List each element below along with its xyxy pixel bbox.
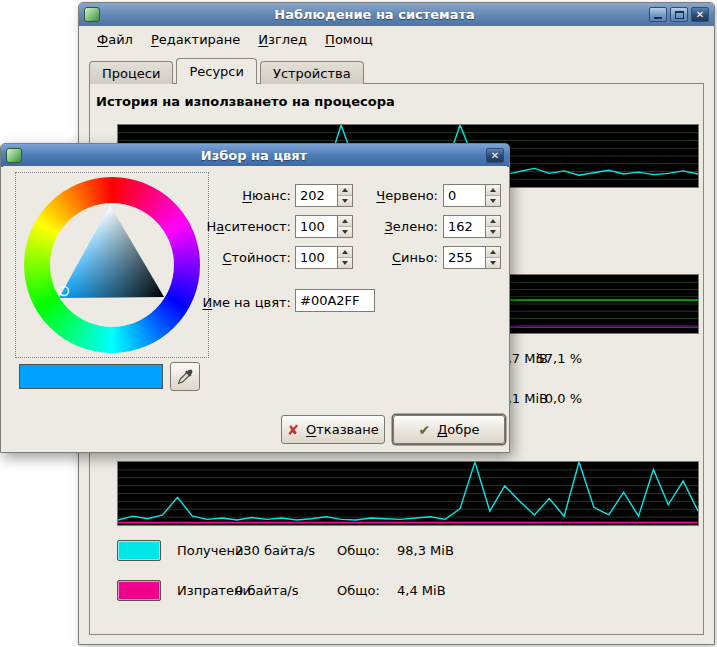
blue-label: Синьо: [355,246,438,269]
maximize-icon [675,11,684,19]
saturation-spinbox: 100 [295,215,353,238]
blue-value[interactable]: 255 [444,247,485,268]
hue-spinbox: 202 [295,184,353,207]
minimize-icon [654,17,662,19]
value-value[interactable]: 100 [296,247,337,268]
hsv-triangle[interactable] [24,177,200,353]
up-arrow-icon [490,219,496,223]
received-rate: 230 байта/s [235,543,315,558]
dialog-icon[interactable] [6,148,22,163]
tab-processes-label: Процеси [102,66,160,81]
up-arrow-icon [490,250,496,254]
sent-color-swatch[interactable] [117,580,161,601]
menubar: Файл Редактиране Изглед Помощ [79,26,714,52]
color-name-input[interactable] [295,289,375,312]
red-label: Червено: [355,184,438,207]
color-wheel-box [15,172,209,358]
tab-devices-label: Устройства [273,66,351,81]
green-value[interactable]: 162 [444,216,485,237]
memory-percent: 57,1 % [530,351,582,366]
green-spin-up[interactable] [486,216,500,226]
hue-value[interactable]: 202 [296,185,337,206]
red-spinbox: 0 [443,184,501,207]
green-label: Зелено: [355,215,438,238]
window-controls: ✕ [649,7,709,22]
green-spin-down[interactable] [486,226,500,237]
cancel-button[interactable]: ✘ Отказване [281,415,385,444]
eyedropper-icon [177,368,194,385]
saturation-spin-up[interactable] [338,216,352,226]
tab-resources-label: Ресурси [189,64,244,79]
dialog-close-button[interactable]: ✕ [486,148,504,163]
up-arrow-icon [342,219,348,223]
app-icon[interactable] [84,7,100,22]
down-arrow-icon [342,199,348,203]
tab-processes[interactable]: Процеси [89,61,173,84]
main-titlebar[interactable]: Наблюдение на системата ✕ [79,3,714,26]
up-arrow-icon [490,188,496,192]
red-spin-up[interactable] [486,185,500,195]
value-spin-down[interactable] [338,257,352,268]
sent-total-label: Общо: [337,583,380,598]
menu-help[interactable]: Помощ [317,29,381,50]
color-picker-dialog: Избор на цвят ✕ [0,143,510,453]
down-arrow-icon [490,230,496,234]
tab-devices[interactable]: Устройства [260,61,364,84]
received-total-label: Общо: [337,543,380,558]
red-spin-down[interactable] [486,195,500,206]
ok-button[interactable]: ✔ Добре [393,415,505,444]
network-history-chart [117,461,699,526]
dialog-title: Избор на цвят [26,148,482,163]
sent-total: 4,4 MiB [397,583,446,598]
network-sent-legend: Изпратени: 0 байта/s Общо: 4,4 MiB [117,579,687,605]
value-spinbox: 100 [295,246,353,269]
swap-percent: 0,0 % [530,391,582,406]
blue-spinbox: 255 [443,246,501,269]
close-button[interactable]: ✕ [691,7,709,22]
color-preview [19,364,163,389]
network-received-legend: Получени: 230 байта/s Общо: 98,3 MiB [117,539,687,565]
dialog-body: Нюанс: 202 Наситеност: 100 Стойност: 100… [3,166,507,450]
up-arrow-icon [342,250,348,254]
down-arrow-icon [342,230,348,234]
minimize-button[interactable] [649,7,667,22]
received-color-swatch[interactable] [117,540,161,561]
hue-spin-down[interactable] [338,195,352,206]
down-arrow-icon [342,261,348,265]
tab-resources[interactable]: Ресурси [176,58,257,84]
cancel-label: Отказване [306,422,379,437]
ok-label: Добре [437,422,479,437]
sent-rate: 0 байта/s [235,583,299,598]
blue-spin-down[interactable] [486,257,500,268]
up-arrow-icon [342,188,348,192]
value-spin-up[interactable] [338,247,352,257]
cancel-x-icon: ✘ [287,422,299,438]
menu-edit[interactable]: Редактиране [143,29,248,50]
window-title: Наблюдение на системата [104,7,645,22]
cpu-history-heading: История на използването на процесора [96,94,395,109]
maximize-button[interactable] [670,7,688,22]
down-arrow-icon [490,261,496,265]
green-spinbox: 162 [443,215,501,238]
eyedropper-button[interactable] [170,362,200,391]
saturation-value[interactable]: 100 [296,216,337,237]
red-value[interactable]: 0 [444,185,485,206]
hue-spin-up[interactable] [338,185,352,195]
menu-file[interactable]: Файл [89,29,141,50]
hue-ring[interactable] [24,177,200,353]
blue-spin-up[interactable] [486,247,500,257]
received-total: 98,3 MiB [397,543,454,558]
ok-check-icon: ✔ [418,422,430,438]
dialog-titlebar[interactable]: Избор на цвят ✕ [1,144,509,167]
tab-bar: Процеси Ресурси Устройства [89,58,367,84]
saturation-spin-down[interactable] [338,226,352,237]
down-arrow-icon [490,199,496,203]
menu-view[interactable]: Изглед [250,29,315,50]
